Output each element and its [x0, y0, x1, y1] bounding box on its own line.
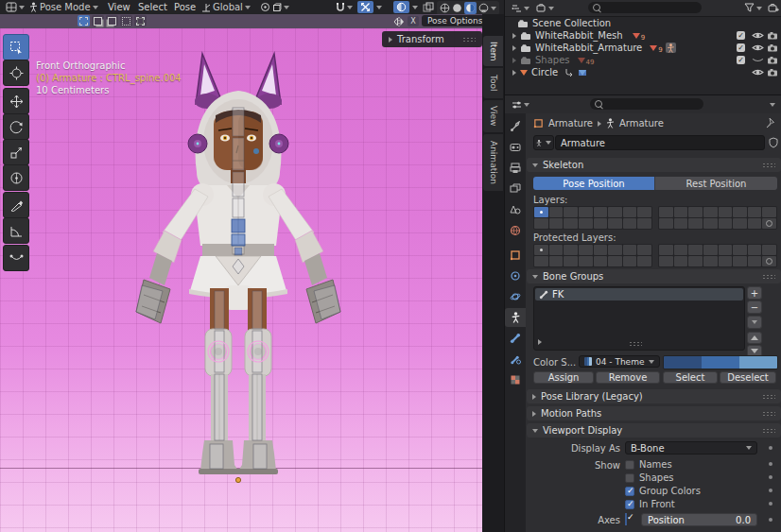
pose-options-dropdown[interactable]: Pose Options [422, 15, 488, 26]
layer-cell[interactable] [608, 256, 622, 266]
tab-output[interactable] [505, 159, 526, 178]
layer-cell[interactable] [674, 207, 688, 217]
panel-grip[interactable] [462, 37, 476, 43]
shading-rendered-icon[interactable] [478, 3, 489, 13]
color-active[interactable] [739, 356, 777, 369]
camera-restrict-icon[interactable] [767, 56, 778, 64]
layer-cell[interactable] [674, 218, 688, 229]
layer-cell[interactable] [688, 256, 703, 266]
layer-cell[interactable] [549, 207, 564, 217]
layer-cell[interactable] [733, 207, 747, 217]
layer-cell[interactable] [623, 256, 637, 266]
layer-cell[interactable] [564, 245, 578, 255]
tab-bone-constraint[interactable] [505, 350, 526, 369]
layer-cell[interactable] [579, 256, 593, 266]
shading-material-active[interactable] [464, 2, 477, 14]
tab-physics[interactable] [505, 287, 526, 306]
tool-cursor[interactable] [3, 60, 29, 86]
armature-object-active[interactable] [666, 43, 676, 53]
color-set-preview[interactable] [663, 355, 778, 369]
layer-cell[interactable] [637, 245, 651, 255]
exclude-checkbox[interactable]: ✓ [737, 56, 745, 64]
pose-position-toggle[interactable]: Pose Position [533, 177, 654, 190]
color-set-dropdown[interactable]: 04 - Theme Color Set [579, 355, 660, 368]
bone-groups-panel-header[interactable]: Bone Groups [527, 269, 781, 283]
tool-transform[interactable] [3, 164, 29, 191]
layer-cell[interactable] [674, 245, 688, 255]
tab-constraints[interactable] [505, 266, 526, 285]
outliner-row-shapes[interactable]: Shapes 49 ✓ [505, 54, 781, 66]
animate-decorator[interactable] [769, 475, 772, 479]
layer-cell[interactable] [703, 218, 718, 229]
menu-pose[interactable]: Pose [168, 0, 201, 14]
shapes-checkbox[interactable] [625, 473, 634, 483]
tab-texture[interactable] [505, 370, 526, 389]
tool-move[interactable] [3, 88, 29, 114]
tab-render[interactable] [505, 138, 526, 157]
layer-cell[interactable] [762, 207, 776, 217]
outliner-row-scene-collection[interactable]: Scene Collection [505, 17, 781, 29]
transform-panel-header[interactable]: Transform [382, 31, 482, 47]
sidebar-tab-item[interactable]: Item [483, 36, 503, 66]
layer-cell[interactable] [748, 218, 762, 229]
layer-cell[interactable] [703, 245, 718, 255]
layer-cell[interactable] [637, 207, 651, 217]
tool-annotate[interactable] [3, 192, 29, 218]
names-checkbox[interactable] [625, 460, 634, 470]
remove-button[interactable]: Remove [596, 371, 660, 384]
protected-layers-grid-left[interactable] [533, 244, 652, 267]
disclosure-icon[interactable] [512, 70, 516, 76]
layer-cell[interactable] [748, 207, 762, 217]
id-type-dropdown[interactable] [533, 135, 554, 150]
sidebar-tab-view[interactable]: View [483, 100, 503, 132]
disclosure-icon[interactable] [512, 33, 516, 39]
tool-scale[interactable] [3, 139, 29, 165]
snap-toggle[interactable] [333, 1, 356, 13]
mirror-icon[interactable] [393, 17, 405, 26]
layer-cell[interactable] [534, 218, 548, 229]
id-name-field[interactable]: Armature [555, 135, 765, 150]
layer-cell[interactable] [579, 218, 593, 229]
display-as-dropdown[interactable]: B-Bone [625, 441, 757, 455]
layer-cell[interactable] [762, 218, 776, 229]
motion-paths-panel-header[interactable]: Motion Paths [527, 406, 781, 420]
menu-view[interactable]: View [102, 0, 136, 14]
animate-decorator[interactable] [769, 446, 772, 450]
layer-cell[interactable] [608, 218, 622, 229]
pin-icon[interactable] [766, 117, 776, 129]
bone-group-specials-button[interactable] [747, 316, 762, 329]
eye-icon[interactable] [752, 43, 764, 52]
layer-cell[interactable] [534, 207, 548, 217]
layer-cell[interactable] [703, 256, 718, 266]
layer-cell[interactable] [623, 245, 637, 255]
eye-icon[interactable] [752, 31, 764, 40]
skeleton-panel-header[interactable]: Skeleton [527, 158, 781, 172]
panel-grip[interactable] [762, 163, 775, 168]
chevron-down-icon[interactable] [770, 103, 775, 107]
protected-layers-grid-right[interactable] [658, 244, 777, 267]
layer-cell[interactable] [748, 245, 762, 255]
bone-groups-list[interactable]: FK [533, 286, 745, 351]
armature-layers-grid-left[interactable] [533, 206, 652, 230]
outliner-row-whiterabbit-armature[interactable]: WhiteRabbit_Armature 9 ✓ [505, 42, 781, 54]
in-front-checkbox[interactable] [625, 500, 634, 509]
animate-decorator[interactable] [769, 462, 772, 466]
viewport-display-panel-header[interactable]: Viewport Display [527, 423, 781, 438]
select-mode-subtract-button[interactable] [106, 15, 118, 26]
layer-cell[interactable] [623, 207, 637, 217]
deselect-button[interactable]: Deselect [720, 371, 776, 384]
select-button[interactable]: Select [663, 371, 718, 384]
layer-cell[interactable] [688, 207, 703, 217]
select-mode-intersect-button[interactable] [134, 15, 147, 26]
layer-cell[interactable] [579, 207, 593, 217]
layer-cell[interactable] [733, 256, 747, 266]
tab-world[interactable] [505, 221, 526, 240]
tool-select-box[interactable] [3, 34, 29, 60]
layer-cell[interactable] [608, 207, 622, 217]
select-mode-extend-button[interactable] [92, 15, 104, 26]
show-shapes-option[interactable]: Shapes [625, 472, 674, 483]
editor-type-button[interactable] [3, 1, 27, 13]
layer-cell[interactable] [637, 256, 651, 266]
layer-cell[interactable] [594, 245, 608, 255]
layer-cell[interactable] [579, 245, 593, 255]
